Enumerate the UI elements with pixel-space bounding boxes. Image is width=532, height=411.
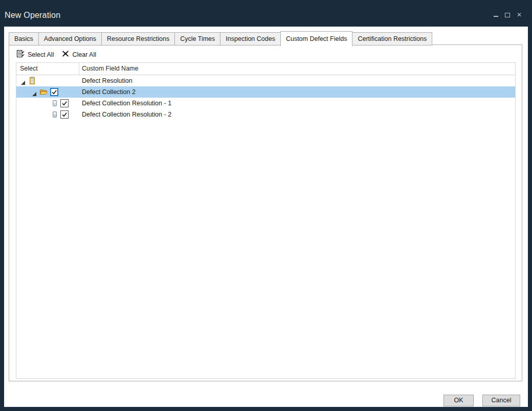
dialog-footer: OK Cancel	[444, 395, 520, 406]
checkbox-defect-collection-resolution-1[interactable]	[60, 99, 69, 107]
tab-advanced-options[interactable]: Advanced Options	[38, 32, 102, 45]
cancel-button[interactable]: Cancel	[482, 395, 520, 406]
tree-row-label: Defect Resolution	[82, 77, 132, 84]
clear-all-icon	[62, 50, 69, 59]
tree-row-label: Defect Collection Resolution - 2	[82, 111, 171, 118]
tab-resource-restrictions[interactable]: Resource Restrictions	[101, 32, 175, 45]
tab-inspection-codes[interactable]: Inspection Codes	[220, 32, 281, 45]
close-button[interactable]: ✕	[516, 11, 523, 18]
field-icon	[51, 110, 59, 119]
clear-all-button[interactable]: Clear All	[62, 50, 96, 59]
maximize-icon	[505, 13, 510, 17]
minimize-button[interactable]	[492, 11, 499, 18]
titlebar: New Operation ✕	[0, 0, 532, 27]
tree-row-defect-collection-2[interactable]: Defect Collection 2	[16, 86, 515, 98]
expander-collapse-icon[interactable]	[20, 78, 26, 83]
open-folder-icon	[39, 88, 48, 96]
custom-fields-tree: Select Custom Field Name	[16, 62, 516, 379]
field-icon	[51, 99, 59, 107]
select-all-icon	[16, 50, 25, 60]
checkbox-defect-collection-resolution-2[interactable]	[60, 110, 69, 119]
window-controls: ✕	[492, 11, 523, 18]
toolbar: Select All Clear All	[16, 50, 96, 60]
tree-row-defect-collection-resolution-1[interactable]: Defect Collection Resolution - 1	[16, 98, 515, 109]
tree-row-defect-resolution[interactable]: Defect Resolution	[16, 75, 515, 86]
tab-custom-defect-fields[interactable]: Custom Defect Fields	[280, 31, 352, 46]
close-icon: ✕	[517, 12, 522, 18]
dialog-window: New Operation ✕ Basics Advanced Options …	[0, 0, 532, 411]
tab-basics[interactable]: Basics	[9, 32, 39, 45]
tree-row-defect-collection-resolution-2[interactable]: Defect Collection Resolution - 2	[16, 109, 515, 120]
minimize-icon	[494, 16, 498, 17]
tree-row-label: Defect Collection Resolution - 1	[82, 100, 171, 107]
clipboard-icon	[28, 77, 36, 85]
tab-certification-restrictions[interactable]: Certification Restrictions	[352, 32, 432, 45]
maximize-button[interactable]	[504, 11, 511, 18]
clear-all-label: Clear All	[72, 51, 96, 58]
tab-strip: Basics Advanced Options Resource Restric…	[9, 31, 432, 45]
column-header-select: Select	[20, 65, 38, 72]
column-header-custom-field-name: Custom Field Name	[82, 65, 138, 72]
select-all-button[interactable]: Select All	[16, 50, 54, 60]
expander-collapse-icon[interactable]	[32, 89, 37, 95]
tree-header: Select Custom Field Name	[16, 63, 515, 75]
window-title: New Operation	[5, 11, 60, 20]
select-all-label: Select All	[28, 51, 54, 58]
tab-content-panel: Select All Clear All Select Custom Fie	[9, 44, 522, 381]
tree-row-label: Defect Collection 2	[82, 88, 136, 96]
ok-button[interactable]: OK	[444, 395, 474, 406]
checkbox-defect-collection-2[interactable]	[50, 88, 58, 96]
tab-cycle-times[interactable]: Cycle Times	[174, 32, 220, 45]
dialog-content: Basics Advanced Options Resource Restric…	[4, 27, 528, 407]
column-divider	[79, 63, 79, 75]
